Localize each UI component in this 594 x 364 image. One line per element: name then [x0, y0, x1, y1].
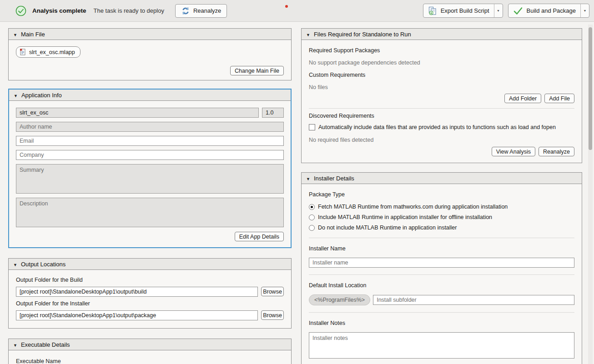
collapse-caret-icon — [306, 175, 310, 182]
output-locations-section: Output Locations Output Folder for the B… — [8, 258, 292, 329]
main-file-chip-label: slrt_ex_osc.mlapp — [29, 49, 75, 55]
analysis-complete-check-icon — [15, 5, 26, 16]
author-name-field[interactable] — [16, 122, 284, 132]
add-folder-button[interactable]: Add Folder — [504, 94, 541, 103]
output-locations-header[interactable]: Output Locations — [9, 259, 291, 270]
install-subfolder-input[interactable] — [373, 295, 574, 305]
application-info-section: Application Info Edit App Details — [8, 89, 292, 248]
app-name-field[interactable] — [16, 108, 259, 118]
radio-icon — [309, 204, 315, 210]
edit-app-details-button[interactable]: Edit App Details — [235, 232, 284, 241]
radio-fetch-runtime-label: Fetch MATLAB Runtime from mathworks.com … — [318, 204, 508, 210]
add-file-button[interactable]: Add File — [544, 94, 574, 103]
application-info-title: Application Info — [21, 92, 62, 99]
status-subtitle: The task is ready to deploy — [94, 7, 164, 14]
radio-fetch-runtime[interactable]: Fetch MATLAB Runtime from mathworks.com … — [309, 204, 574, 210]
build-folder-input[interactable] — [16, 287, 258, 297]
radio-include-runtime[interactable]: Include MATLAB Runtime in application in… — [309, 214, 574, 220]
export-build-script-label: Export Build Script — [441, 7, 489, 14]
summary-field[interactable] — [16, 164, 284, 194]
output-locations-title: Output Locations — [21, 261, 65, 268]
default-install-location-label: Default Install Location — [309, 282, 574, 289]
executable-details-section: Executable Details Executable Name — [8, 339, 292, 364]
main-file-header[interactable]: Main File — [9, 29, 291, 40]
mlapp-file-icon — [19, 48, 26, 56]
application-info-header[interactable]: Application Info — [9, 90, 291, 101]
installer-details-title: Installer Details — [314, 175, 354, 182]
files-required-section: Files Required for Standalone to Run Req… — [301, 28, 582, 163]
collapse-caret-icon — [13, 31, 17, 38]
files-required-header[interactable]: Files Required for Standalone to Run — [302, 29, 582, 40]
collapse-caret-icon — [13, 341, 17, 348]
toolbar: Analysis complete The task is ready to d… — [0, 0, 594, 22]
installer-notes-label: Installer Notes — [309, 320, 574, 326]
program-files-chip: <%ProgramFiles%> — [309, 294, 370, 305]
view-analysis-button[interactable]: View Analysis — [492, 147, 535, 156]
browse-installer-button[interactable]: Browse — [261, 310, 284, 320]
build-dropdown-arrow-icon[interactable] — [580, 4, 589, 17]
app-version-field[interactable] — [262, 108, 284, 118]
scrollbar-thumb[interactable] — [589, 27, 592, 150]
installer-folder-label: Output Folder for the Installer — [16, 300, 284, 307]
package-type-label: Package Type — [309, 191, 574, 198]
reanalyze-section-button[interactable]: Reanalyze — [539, 147, 574, 156]
support-packages-status: No support package dependencies detected — [309, 60, 574, 66]
custom-requirements-status: No files — [309, 84, 574, 90]
discovered-requirements-label: Discovered Requirements — [309, 113, 574, 119]
section-divider — [309, 312, 574, 313]
executable-name-label: Executable Name — [16, 358, 61, 364]
left-column: Main File slrt_ex_osc.mlapp Change Main … — [8, 28, 292, 364]
radio-icon — [309, 214, 315, 220]
section-divider — [309, 238, 574, 238]
export-dropdown-arrow-icon[interactable] — [494, 4, 503, 17]
files-required-title: Files Required for Standalone to Run — [314, 31, 411, 38]
main-file-title: Main File — [21, 31, 45, 38]
installer-details-header[interactable]: Installer Details — [302, 173, 582, 184]
main-file-chip[interactable]: slrt_ex_osc.mlapp — [16, 46, 81, 58]
build-and-package-label: Build and Package — [527, 7, 576, 14]
task-content: Main File slrt_ex_osc.mlapp Change Main … — [0, 22, 594, 364]
browse-build-button[interactable]: Browse — [261, 287, 284, 296]
discovered-status: No required files detected — [309, 137, 574, 143]
right-column: Files Required for Standalone to Run Req… — [301, 28, 582, 364]
reanalyze-toolbar-button[interactable]: Reanalyze — [175, 4, 227, 18]
installer-name-input[interactable] — [309, 258, 574, 268]
email-field[interactable] — [16, 136, 284, 146]
change-main-file-button[interactable]: Change Main File — [230, 66, 284, 75]
section-divider — [309, 108, 574, 109]
radio-no-runtime[interactable]: Do not include MATLAB Runtime in applica… — [309, 224, 574, 231]
refresh-icon — [181, 6, 190, 15]
collapse-caret-icon — [14, 92, 18, 99]
radio-icon — [309, 225, 315, 231]
description-field[interactable] — [16, 198, 284, 227]
vertical-scrollbar[interactable] — [588, 25, 593, 364]
collapse-caret-icon — [13, 261, 17, 268]
executable-details-title: Executable Details — [21, 341, 70, 348]
company-field[interactable] — [16, 150, 284, 160]
auto-include-checkbox[interactable] — [309, 124, 315, 130]
installer-folder-input[interactable] — [16, 310, 258, 320]
status-title: Analysis complete — [32, 7, 86, 14]
build-folder-label: Output Folder for the Build — [16, 277, 284, 283]
green-check-icon — [513, 6, 523, 15]
build-and-package-button[interactable]: Build and Package — [508, 4, 589, 18]
radio-include-runtime-label: Include MATLAB Runtime in application in… — [318, 214, 492, 220]
executable-details-header[interactable]: Executable Details — [9, 339, 291, 350]
reanalyze-toolbar-label: Reanalyze — [193, 7, 221, 14]
custom-requirements-label: Custom Requirements — [309, 72, 574, 78]
export-script-icon — [428, 6, 437, 15]
required-support-packages-label: Required Support Packages — [309, 47, 574, 54]
recording-cursor-dot — [285, 5, 288, 8]
main-file-section: Main File slrt_ex_osc.mlapp Change Main … — [8, 28, 292, 80]
section-divider — [309, 274, 574, 275]
radio-no-runtime-label: Do not include MATLAB Runtime in applica… — [318, 224, 457, 231]
installer-name-label: Installer Name — [309, 245, 574, 252]
export-build-script-button[interactable]: Export Build Script — [423, 4, 503, 18]
installer-notes-input[interactable] — [309, 332, 574, 359]
auto-include-label: Automatically include data files that ar… — [318, 124, 556, 130]
collapse-caret-icon — [306, 31, 310, 38]
installer-details-section: Installer Details Package Type Fetch MAT… — [301, 172, 582, 364]
